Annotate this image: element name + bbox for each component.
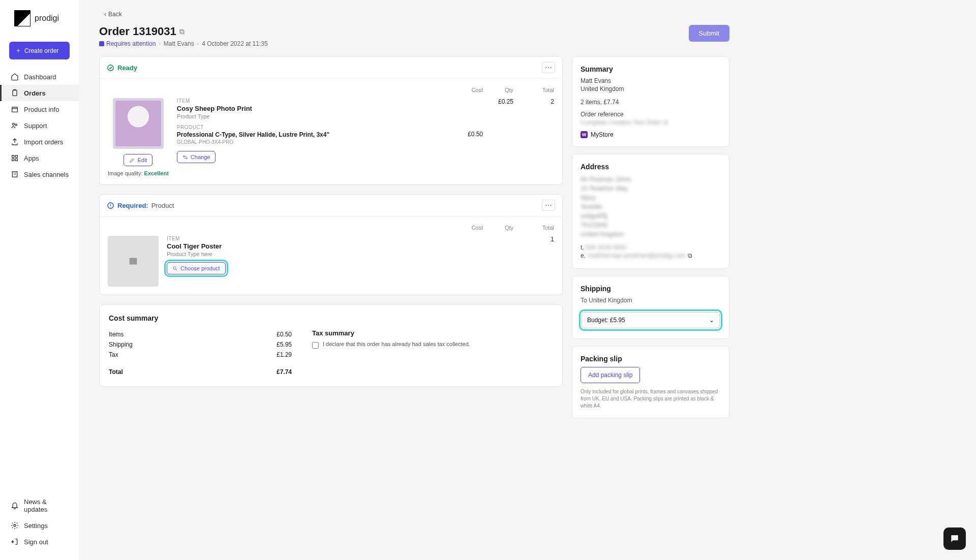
building-icon — [11, 170, 19, 178]
required-suffix: Product — [151, 202, 174, 209]
nav-settings[interactable]: Settings — [0, 517, 79, 534]
submit-button[interactable]: Submit — [689, 25, 729, 42]
packing-panel: Packing slip Add packing slip Only inclu… — [572, 346, 729, 418]
copy-icon[interactable]: ⧉ — [663, 119, 668, 126]
summary-country: United Kingdom — [581, 85, 721, 92]
section-label: ITEM — [167, 236, 447, 241]
product-line: Professional C-Type, Silver Halide, Lust… — [177, 131, 447, 138]
status-required: Required: Product — [107, 202, 174, 209]
nav-label: Support — [24, 122, 47, 130]
cost-total-val: £7.74 — [277, 368, 292, 376]
shipping-title: Shipping — [581, 285, 721, 293]
nav-support[interactable]: Support — [0, 117, 79, 134]
required-prefix: Required: — [117, 202, 148, 209]
packing-note: Only included for global prints, frames … — [581, 388, 721, 410]
item-type: Product Type here — [167, 251, 447, 257]
gear-icon — [11, 521, 19, 530]
chat-fab[interactable] — [943, 527, 966, 550]
line-item-card: Ready ⋯ Cost Qty Total — [99, 56, 563, 185]
svg-point-3 — [15, 124, 17, 126]
check-circle-icon — [107, 64, 114, 72]
cost-tax-val: £1.29 — [277, 351, 292, 358]
section-label: PRODUCT — [177, 125, 447, 130]
back-label: Back — [108, 11, 122, 18]
status-dot-icon — [99, 41, 104, 46]
grid-icon — [11, 154, 19, 162]
svg-point-9 — [14, 524, 16, 526]
alert-circle-icon — [107, 202, 114, 209]
choose-product-label: Choose product — [180, 265, 220, 271]
nav-label: Settings — [24, 522, 48, 530]
item-name: Cosy Sheep Photo Print — [177, 105, 447, 112]
svg-rect-5 — [15, 155, 17, 158]
svg-rect-0 — [13, 90, 17, 96]
ready-label: Ready — [117, 64, 137, 72]
store-name: MyStore — [591, 131, 614, 138]
cost-summary-card: Cost summary Items£0.50 Shipping£5.95 Ta… — [99, 304, 563, 387]
store-badge: W MyStore — [581, 131, 614, 138]
shipping-selected: Budget: £5.95 — [587, 317, 625, 324]
address-email: e. matthew.kay+postman@prodigi.com ⧉ — [581, 252, 721, 259]
svg-point-12 — [173, 266, 176, 269]
shipping-to: To United Kingdom — [581, 297, 721, 304]
page-title: Order 1319031 ⧉ — [99, 25, 185, 38]
tax-summary-title: Tax summary — [312, 329, 553, 337]
more-button[interactable]: ⋯ — [542, 200, 555, 211]
nav-label: Sales channels — [24, 171, 69, 178]
timestamp: 4 October 2022 at 11:35 — [202, 40, 267, 47]
nav-import-orders[interactable]: Import orders — [0, 134, 79, 150]
cost-total-label: Total — [109, 368, 123, 376]
item-cost: £0.25 — [483, 98, 513, 131]
image-icon — [128, 256, 139, 267]
nav-orders[interactable]: Orders — [0, 85, 79, 101]
image-quality: Image quality: Excellent — [108, 170, 169, 176]
more-button[interactable]: ⋯ — [542, 62, 555, 73]
edit-button[interactable]: Edit — [124, 154, 152, 166]
nav-product-info[interactable]: Product info — [0, 101, 79, 117]
col-qty: Qty — [483, 225, 513, 231]
summary-name: Matt Evans — [581, 77, 721, 84]
col-qty: Qty — [483, 87, 513, 93]
col-total: Total — [513, 87, 554, 93]
address-phone: t. 029 2018 0000 — [581, 244, 721, 251]
nav-news[interactable]: News & updates — [0, 494, 79, 517]
upload-icon — [11, 138, 19, 146]
choose-product-button[interactable]: Choose product — [167, 262, 226, 274]
summary-items: 2 items, £7.74 — [581, 99, 721, 106]
order-ref-label: Order reference — [581, 111, 721, 118]
nav-signout[interactable]: Sign out — [0, 534, 79, 550]
section-label: ITEM — [177, 98, 447, 104]
status-badge: Requires attention — [99, 40, 156, 47]
nav-dashboard[interactable]: Dashboard — [0, 69, 79, 85]
svg-rect-6 — [12, 159, 14, 161]
cost-ship-val: £5.95 — [277, 341, 292, 348]
address-title: Address — [581, 163, 721, 171]
back-link[interactable]: ‹ Back — [104, 11, 122, 18]
nav-sales-channels[interactable]: Sales channels — [0, 166, 79, 182]
copy-icon[interactable]: ⧉ — [179, 27, 185, 36]
create-order-label: Create order — [24, 47, 58, 54]
shipping-select[interactable]: Budget: £5.95 ⌄ — [582, 312, 720, 328]
item-thumbnail — [113, 98, 164, 149]
nav-label: Dashboard — [24, 73, 56, 81]
sku: GLOBAL-PHO-3X4-PRO — [177, 139, 447, 145]
change-button[interactable]: Change — [177, 151, 216, 163]
pencil-icon — [129, 158, 135, 163]
tax-declare-checkbox[interactable] — [312, 342, 319, 349]
nav-label: Sign out — [24, 538, 48, 546]
cost-title: Cost summary — [109, 314, 553, 322]
nav-apps[interactable]: Apps — [0, 150, 79, 166]
copy-icon[interactable]: ⧉ — [688, 252, 692, 259]
logo-icon — [14, 10, 30, 26]
nav-label: Import orders — [24, 138, 63, 146]
add-packing-slip-button[interactable]: Add packing slip — [581, 367, 640, 383]
signout-icon — [11, 538, 19, 546]
tax-declare-row[interactable]: I declare that this order has already ha… — [312, 341, 553, 349]
status-text: Requires attention — [106, 40, 156, 47]
brand-name: prodigi — [35, 14, 59, 23]
svg-rect-8 — [12, 172, 17, 177]
order-ref-value: Complete Creation Test Order ⧉ — [581, 119, 721, 126]
summary-title: Summary — [581, 65, 721, 73]
logo[interactable]: prodigi — [0, 10, 79, 37]
create-order-button[interactable]: ＋ Create order — [9, 42, 70, 59]
